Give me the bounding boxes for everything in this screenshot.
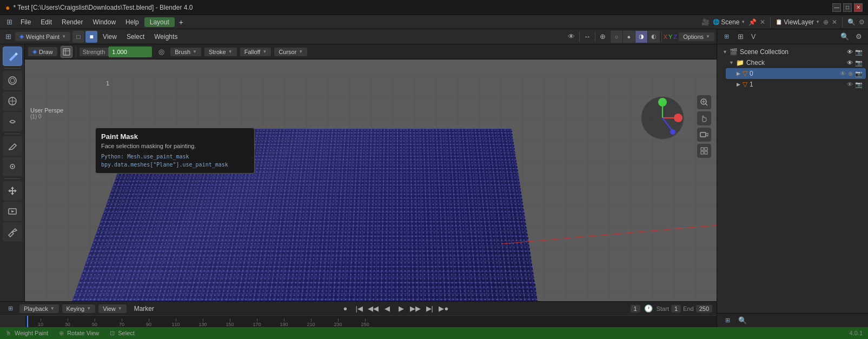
paint2-tool-btn[interactable] [3,222,22,242]
copy-viewlayer-button[interactable]: ⊕ [823,18,829,26]
stroke-dropdown[interactable]: Stroke ▼ [204,48,237,56]
play-backward-step-btn[interactable]: ◀ [381,303,393,315]
mode-dropdown[interactable]: ◈ Weight Paint ▼ [15,32,70,41]
cursor-dropdown[interactable]: Cursor ▼ [274,48,307,56]
select-menu[interactable]: Select [122,32,149,42]
item0-render[interactable]: 📷 [855,70,863,77]
view-timeline-dropdown[interactable]: View ▼ [98,304,127,313]
menu-window[interactable]: Window [88,17,120,27]
paint-mask-btn[interactable] [61,46,72,58]
end-frame-input[interactable]: 250 [696,305,712,313]
average-tool-btn[interactable] [3,91,22,111]
close-scene-button[interactable]: ✕ [760,18,765,26]
transform-gizmo-btn[interactable]: ↔ [581,31,593,43]
collection-item-1[interactable]: ▶ ▽ 1 👁 📷 [726,79,866,90]
layout-tab[interactable]: Layout [144,17,175,27]
material-display-btn[interactable]: ■ [85,31,97,43]
eyedropper-tool-btn[interactable] [3,157,22,176]
play-backward-btn[interactable]: ◀◀ [367,303,379,315]
editor-type-icon[interactable]: ⊞ [2,31,14,43]
texture-btn[interactable]: ◎ [155,46,167,58]
blur-tool-btn[interactable] [3,71,22,90]
wireframe-btn[interactable]: ○ [611,31,622,43]
move-tool-btn[interactable] [3,181,22,201]
weights-menu[interactable]: Weights [150,32,182,42]
solid-btn[interactable]: ● [623,31,635,43]
check-collection-header[interactable]: ▼ 📁 Check 👁 📷 [726,57,866,68]
outliner-icon[interactable]: ⊞ [720,31,732,43]
search-icon[interactable]: 🔍 [839,31,851,43]
outliner-view-btn[interactable]: ⊞ [734,31,746,43]
filter-icon[interactable]: ⚙ [853,31,865,43]
timeline-mode-icon[interactable]: ⊞ [4,303,16,315]
outliner-filter-btn[interactable]: V [747,31,759,43]
camera-gizmo-btn[interactable] [697,128,711,142]
menu-edit[interactable]: Edit [36,17,56,27]
playback-dropdown[interactable]: Playback ▼ [19,304,59,313]
maximize-button[interactable]: □ [843,3,852,12]
brush-dropdown[interactable]: Brush ▼ [170,48,201,56]
right-search-btn[interactable]: 🔍 [737,315,748,327]
keyframe-prev-btn[interactable]: ● [339,303,351,315]
search-button[interactable]: 🔍 [847,18,856,26]
current-frame-input[interactable]: 1 [631,305,640,313]
right-timeline-icon[interactable]: ⊞ [721,315,733,327]
search-outliner[interactable]: 🔍 [839,31,851,43]
start-frame-input[interactable]: 1 [671,305,681,313]
play-forward-fast-btn[interactable]: ▶▶ [409,303,421,315]
strength-control[interactable]: Strength 1.000 [79,46,153,57]
render-icon-btn[interactable]: 📷 [855,49,863,56]
keying-dropdown[interactable]: Keying ▼ [62,304,96,313]
falloff-dropdown[interactable]: Falloff ▼ [240,48,271,56]
item0-eye[interactable]: 👁 [840,70,846,77]
view3d[interactable]: ◈ Draw [25,44,717,301]
animate-tool-btn[interactable] [3,202,22,221]
menu-file[interactable]: File [16,17,35,27]
gizmo-toggle-btn[interactable]: 👁 [566,31,578,43]
zoom-gizmo-btn[interactable] [697,95,711,109]
add-workspace-button[interactable]: + [176,18,187,26]
item1-render[interactable]: 📷 [855,81,863,88]
draw-label[interactable]: ◈ Draw [28,47,57,56]
tooltip-python: Python: Mesh.use_paint_mask bpy.data.mes… [101,152,249,169]
menu-help[interactable]: Help [121,17,143,27]
scene-collection-header[interactable]: ▼ 🎬 Scene Collection 👁 📷 [719,46,866,57]
eye-icon[interactable]: 👁 [847,49,853,55]
menu-render[interactable]: Render [57,17,87,27]
marker-menu[interactable]: Marker [130,304,158,314]
hand-gizmo-btn[interactable] [697,111,711,125]
draw-tool-btn[interactable] [3,46,22,66]
grid-gizmo-btn[interactable] [697,144,711,158]
material-btn[interactable]: ◑ [635,31,647,43]
jump-end-btn[interactable]: ▶| [423,303,435,315]
item1-eye[interactable]: 👁 [847,81,853,88]
keyframe-next-btn[interactable]: ▶● [438,303,449,315]
item0-select[interactable]: ⊕ [848,70,853,77]
check-render-icon[interactable]: 📷 [855,59,863,67]
snap-btn[interactable]: ⊕ [597,31,609,43]
pencil-tool-btn[interactable] [3,136,22,156]
close-button[interactable]: ✕ [854,3,863,12]
check-eye-icon[interactable]: 👁 [847,59,853,66]
svg-rect-27 [705,151,707,154]
collection-item-0[interactable]: ▶ ▽ 0 👁 ⊕ 📷 [726,68,866,79]
rendered-btn[interactable]: ◐ [648,31,660,43]
navigation-gizmo[interactable]: X Y Z [641,96,684,139]
minimize-button[interactable]: — [832,3,841,12]
solid-display-btn[interactable]: □ [72,31,84,43]
frame-marker [27,316,28,327]
play-forward-btn[interactable]: ▶ [395,303,407,315]
brush-icon: ◈ [32,48,37,55]
scene-selector[interactable]: 🌐 Scene ▼ [713,18,745,26]
tooltip-title: Paint Mask [101,132,249,141]
view-menu[interactable]: View [98,32,121,42]
filter-button[interactable]: ⚙ [859,18,865,26]
timeline-section: ⊞ Playback ▼ Keying ▼ View ▼ Marker [0,301,717,327]
options-dropdown[interactable]: Options ▼ [679,32,714,41]
viewlayer-selector[interactable]: 📋 ViewLayer ▼ [776,18,820,26]
pin-scene-button[interactable]: 📌 [748,18,757,26]
close-viewlayer-button[interactable]: ✕ [832,18,837,26]
smear-tool-btn[interactable] [3,112,22,131]
tool-separator-1 [4,68,21,69]
jump-start-btn[interactable]: |◀ [353,303,365,315]
